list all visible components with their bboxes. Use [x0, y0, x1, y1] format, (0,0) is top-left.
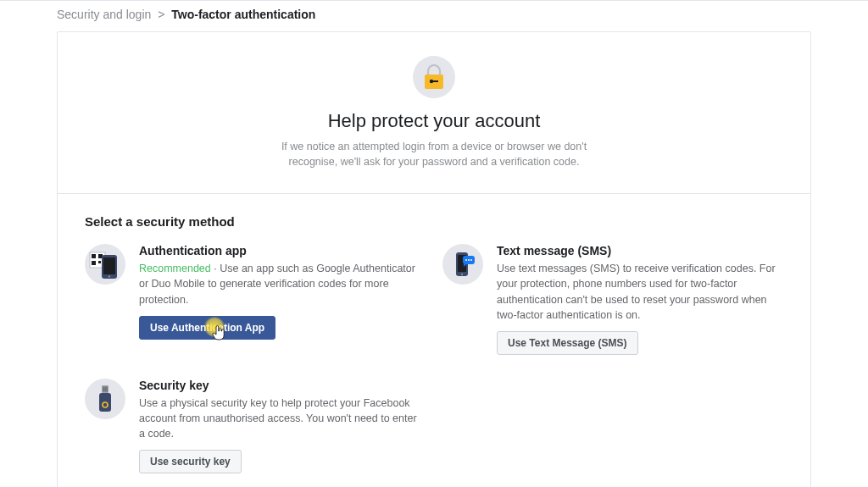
sms-phone-icon — [442, 244, 483, 285]
svg-rect-4 — [92, 254, 96, 258]
svg-point-15 — [465, 259, 467, 261]
recommended-label: Recommended — [139, 263, 211, 274]
svg-point-10 — [108, 276, 110, 278]
method-sms: Text message (SMS) Use text messages (SM… — [442, 244, 783, 355]
method-security-key: Security key Use a physical security key… — [85, 379, 426, 473]
breadcrumb-parent[interactable]: Security and login — [57, 8, 151, 21]
separator-dot: · — [214, 263, 216, 274]
security-key-description: Use a physical security key to help prot… — [139, 396, 426, 441]
qr-phone-icon — [85, 244, 125, 285]
use-auth-app-button[interactable]: Use Authentication App — [139, 316, 275, 340]
method-auth-app: Authentication app Recommended · Use an … — [85, 244, 426, 355]
sms-title: Text message (SMS) — [497, 244, 783, 257]
svg-rect-6 — [92, 261, 96, 265]
svg-rect-7 — [98, 261, 101, 263]
hero-section: Help protect your account If we notice a… — [58, 32, 810, 194]
use-security-key-button[interactable]: Use security key — [139, 450, 242, 473]
svg-rect-2 — [432, 80, 438, 82]
hero-title: Help protect your account — [75, 110, 793, 132]
sms-description: Use text messages (SMS) to receive verif… — [497, 261, 783, 323]
section-title: Select a security method — [85, 214, 783, 229]
svg-rect-20 — [105, 386, 106, 391]
security-key-title: Security key — [139, 379, 426, 392]
auth-app-title: Authentication app — [139, 244, 426, 257]
security-key-icon — [85, 379, 125, 419]
use-sms-button[interactable]: Use Text Message (SMS) — [497, 331, 638, 355]
hero-description: If we notice an attempted login from a d… — [273, 139, 595, 169]
svg-rect-9 — [103, 257, 115, 274]
svg-point-13 — [461, 274, 463, 275]
breadcrumb-separator: > — [158, 8, 164, 21]
svg-point-16 — [468, 259, 470, 261]
auth-app-description: Recommended · Use an app such as Google … — [139, 261, 426, 307]
svg-rect-21 — [107, 386, 108, 391]
breadcrumb-current: Two-factor authentication — [171, 8, 315, 21]
content-section: Select a security method — [58, 194, 810, 487]
lock-icon — [413, 56, 455, 98]
svg-point-17 — [470, 259, 472, 261]
svg-rect-19 — [103, 386, 104, 391]
main-panel: Help protect your account If we notice a… — [57, 31, 811, 487]
breadcrumb: Security and login > Two-factor authenti… — [57, 1, 811, 31]
